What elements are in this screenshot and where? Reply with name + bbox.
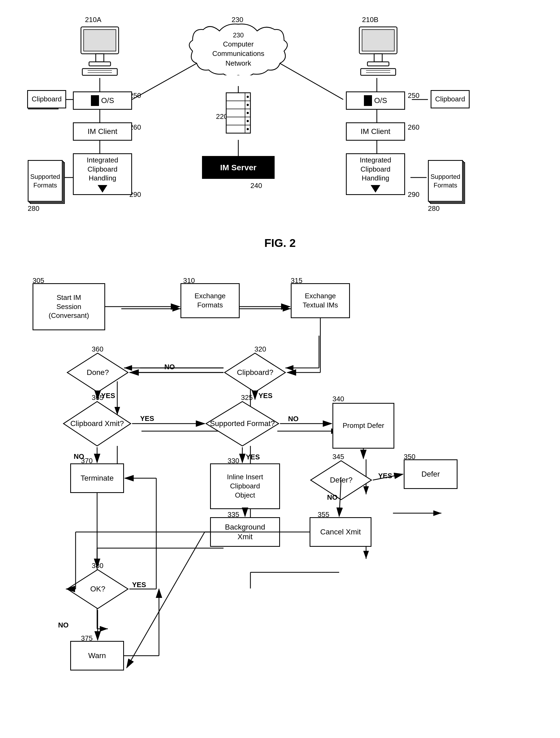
n350-box: Defer xyxy=(404,459,458,489)
im-server-number: 240 xyxy=(250,181,262,190)
os-right-box: O/S xyxy=(346,91,405,110)
im-client-right-box: IM Client xyxy=(346,122,405,141)
im-client-left-box: IM Client xyxy=(73,122,132,141)
svg-point-37 xyxy=(247,96,249,98)
n355-box: Cancel Xmit xyxy=(310,517,371,547)
n340-number: 340 xyxy=(332,395,344,403)
svg-rect-16 xyxy=(96,54,104,62)
svg-rect-15 xyxy=(84,30,116,51)
network-label: 230 Computer Communications Network xyxy=(189,31,288,68)
fig2-label: FIG. 2 xyxy=(16,237,544,250)
network-number: 230 xyxy=(232,16,243,24)
svg-point-39 xyxy=(247,112,249,114)
supported-left: SupportedFormats xyxy=(28,160,67,206)
integrated-left-box: IntegratedClipboardHandling xyxy=(73,153,132,195)
svg-rect-18 xyxy=(82,69,117,75)
network-cloud: 230 Computer Communications Network xyxy=(189,21,288,75)
n370-box: Terminate xyxy=(70,463,124,493)
svg-rect-24 xyxy=(367,62,389,66)
n340-box: Prompt Defer xyxy=(332,403,394,449)
n335-box: Background Xmit xyxy=(210,517,280,547)
n365-diamond: Clipboard Xmit? xyxy=(62,400,132,447)
fig3-diagram: 305 Start IM Session (Conversant) 310 Ex… xyxy=(16,266,544,738)
svg-rect-25 xyxy=(361,69,396,75)
integrated-right-number: 290 xyxy=(408,191,419,199)
svg-point-40 xyxy=(247,120,249,122)
clipboard-left-box: Clipboard xyxy=(27,90,66,108)
im-server-box: IM Server xyxy=(202,156,275,179)
svg-point-38 xyxy=(247,104,249,106)
server-220-icon xyxy=(221,87,256,138)
n310-box: Exchange Formats xyxy=(181,283,240,318)
svg-rect-22 xyxy=(362,30,394,51)
integrated-right-box: IntegratedClipboardHandling xyxy=(346,153,405,195)
computer-a-icon xyxy=(75,24,124,78)
page: 230 Computer Communications Network 230 … xyxy=(0,0,560,738)
n375-box: Warn xyxy=(70,641,124,671)
n320-diamond: Clipboard? xyxy=(224,352,287,393)
n330-box: Inline Insert Clipboard Object xyxy=(210,463,280,509)
n305-box: Start IM Session (Conversant) xyxy=(33,283,105,330)
os-right-number: 250 xyxy=(408,91,419,100)
n325-diamond: Supported Format? xyxy=(205,400,280,447)
im-client-right-number: 260 xyxy=(408,123,419,131)
n315-box: Exchange Textual IMs xyxy=(291,283,350,318)
computer-a-number: 210A xyxy=(85,16,101,24)
svg-rect-17 xyxy=(89,62,110,66)
n360-diamond: Done? xyxy=(66,352,129,393)
clipboard-right-box: Clipboard xyxy=(431,90,470,108)
os-left-box: O/S xyxy=(73,91,132,110)
svg-rect-23 xyxy=(374,54,382,62)
svg-point-41 xyxy=(247,128,249,130)
supported-right: SupportedFormats xyxy=(428,160,467,206)
computer-b-number: 210B xyxy=(362,16,378,24)
fig2-diagram: 230 Computer Communications Network 230 … xyxy=(16,11,544,231)
computer-b-icon xyxy=(354,24,402,78)
n380-diamond: OK? xyxy=(66,568,129,610)
n345-diamond: Defer? xyxy=(310,459,373,501)
